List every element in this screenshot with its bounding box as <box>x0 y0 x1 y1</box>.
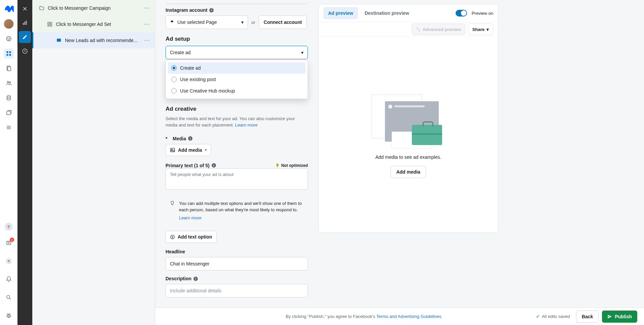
description-input[interactable] <box>166 284 308 297</box>
info-icon[interactable]: i <box>209 8 214 12</box>
nav-billing-icon[interactable] <box>4 93 14 103</box>
svg-rect-4 <box>9 51 11 53</box>
tab-ad-preview[interactable]: Ad preview <box>323 7 358 19</box>
nav-bug-icon[interactable] <box>5 312 13 320</box>
chevron-down-icon: ▾ <box>301 50 303 55</box>
nav-notifications-icon[interactable] <box>5 275 13 283</box>
footer-bar: By clicking "Publish," you agree to Face… <box>155 308 644 325</box>
nav-campaigns-icon[interactable] <box>4 48 14 59</box>
tip-learn-more-link[interactable]: Learn more <box>179 215 201 221</box>
preview-tabs: Ad preview Destination preview Preview o… <box>319 4 498 22</box>
info-icon[interactable]: i <box>212 163 216 168</box>
row-menu-icon[interactable]: ··· <box>144 21 150 28</box>
svg-rect-19 <box>26 21 27 25</box>
svg-rect-24 <box>50 25 52 26</box>
svg-rect-8 <box>8 67 11 71</box>
nav-search-icon[interactable] <box>5 293 13 301</box>
terms-link[interactable]: Terms and Advertising Guidelines <box>377 314 441 319</box>
lightbulb-icon <box>170 201 175 206</box>
editor-column: Instagram account i Use selected Page ▾ … <box>160 0 313 308</box>
nav-settings-icon[interactable] <box>5 257 13 265</box>
learn-more-link[interactable]: Learn more <box>235 122 257 128</box>
nav-dashboard-icon[interactable] <box>4 34 14 44</box>
ad-creative-title: Ad creative <box>166 106 308 112</box>
svg-rect-3 <box>6 51 8 53</box>
option-existing-post[interactable]: Use existing post <box>168 74 306 85</box>
news-badge: 1 <box>10 238 14 242</box>
primary-text-tip: You can add multiple text options and we… <box>166 196 308 226</box>
preview-panel: Ad preview Destination preview Preview o… <box>318 4 498 233</box>
tool-chart-icon[interactable] <box>19 17 31 29</box>
instagram-page-select[interactable]: Use selected Page ▾ <box>166 15 248 29</box>
check-icon: ✓ <box>536 314 540 319</box>
nav-pages-icon[interactable] <box>4 63 14 73</box>
preview-toolbar: Advanced preview Share ▾ <box>319 22 498 37</box>
global-rail: ? 1 <box>0 0 17 325</box>
media-label: * Media i <box>166 136 308 141</box>
nav-library-icon[interactable] <box>4 108 14 118</box>
publish-button[interactable]: Publish <box>602 311 637 323</box>
svg-rect-25 <box>57 38 61 41</box>
tree-adset-row[interactable]: Click to Messenger Ad Set ··· <box>32 16 155 32</box>
image-icon <box>170 147 175 153</box>
chevron-down-icon: ▾ <box>487 27 489 32</box>
tree-adset-label: Click to Messenger Ad Set <box>56 22 111 27</box>
share-button[interactable]: Share ▾ <box>468 24 493 35</box>
tree-ad-row[interactable]: New Leads ad with recommende... ··· <box>32 32 155 48</box>
chevron-down-icon: ▾ <box>205 148 207 152</box>
row-menu-icon[interactable]: ··· <box>144 37 150 44</box>
ad-setup-select[interactable]: Create ad ▾ <box>166 46 308 59</box>
meta-logo-icon[interactable] <box>4 4 14 14</box>
avatar[interactable] <box>4 19 14 29</box>
campaign-tree-panel: Click to Messenger Campaign ··· Click to… <box>32 0 155 325</box>
svg-point-11 <box>7 96 10 97</box>
flag-icon <box>170 20 175 25</box>
plus-icon <box>170 234 175 240</box>
tree-campaign-row[interactable]: Click to Messenger Campaign ··· <box>32 0 155 16</box>
nav-menu-icon[interactable] <box>4 122 14 133</box>
info-icon[interactable]: i <box>193 277 198 281</box>
svg-rect-17 <box>23 23 24 25</box>
svg-point-10 <box>9 82 10 83</box>
help-icon[interactable]: ? <box>5 223 13 231</box>
advanced-preview-button: Advanced preview <box>412 24 465 35</box>
description-label: Description i <box>166 276 308 281</box>
svg-rect-12 <box>7 111 10 115</box>
headline-label: Headline <box>166 249 308 254</box>
add-media-button[interactable]: Add media ▾ <box>166 144 211 156</box>
nav-audiences-icon[interactable] <box>4 78 14 88</box>
tree-ad-label: New Leads ad with recommende... <box>65 38 138 43</box>
tool-history-icon[interactable] <box>19 45 31 57</box>
primary-text-label: Primary text (1 of 5) i <box>166 163 216 168</box>
svg-rect-5 <box>6 54 8 56</box>
grid-icon <box>47 22 52 27</box>
option-creative-hub[interactable]: Use Creative Hub mockup <box>168 85 306 97</box>
tab-destination-preview[interactable]: Destination preview <box>360 7 414 19</box>
tool-edit-icon[interactable] <box>19 31 31 43</box>
nav-news-icon[interactable]: 1 <box>5 239 13 247</box>
preview-toggle[interactable] <box>456 10 467 16</box>
row-menu-icon[interactable]: ··· <box>144 4 150 11</box>
connect-account-button[interactable]: Connect account <box>259 15 307 29</box>
info-icon[interactable]: i <box>188 136 192 141</box>
close-icon[interactable] <box>19 3 31 15</box>
back-button[interactable]: Back <box>576 311 599 323</box>
empty-state-illustration <box>371 91 445 148</box>
headline-input[interactable] <box>166 257 308 270</box>
add-media-cta[interactable]: Add media <box>391 166 426 178</box>
chevron-down-icon: ▾ <box>241 20 244 25</box>
ad-setup-dropdown: Create ad Use existing post Use Creative… <box>166 60 308 99</box>
primary-text-input[interactable] <box>166 168 308 190</box>
svg-rect-26 <box>171 148 175 152</box>
svg-point-14 <box>8 260 9 262</box>
instagram-label: Instagram account i <box>166 7 308 13</box>
svg-rect-21 <box>48 22 49 24</box>
option-create-ad[interactable]: Create ad <box>168 62 306 74</box>
svg-point-1 <box>8 38 8 39</box>
radio-icon <box>171 88 177 94</box>
partial-field-bottom <box>166 2 307 4</box>
ad-creative-desc: Select the media and text for your ad. Y… <box>166 116 308 129</box>
add-text-option-button[interactable]: Add text option <box>166 231 217 243</box>
radio-icon <box>171 77 177 82</box>
not-optimized-indicator[interactable]: Not optimized <box>275 163 308 168</box>
